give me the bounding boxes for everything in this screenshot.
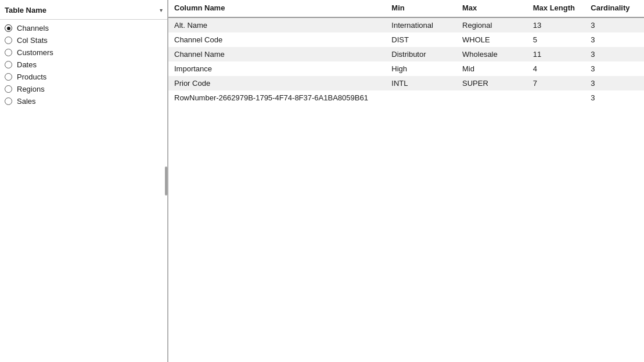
radio-products [5,73,12,81]
cell-column_name: Channel Code [168,32,387,47]
table-row[interactable]: Channel NameDistributorWholesale113 [168,47,644,61]
cell-min: DIST [387,32,458,47]
sidebar-items-list: ChannelsCol StatsCustomersDatesProductsR… [0,22,167,107]
app-container: Table Name ▾ ChannelsCol StatsCustomersD… [0,0,644,362]
cell-max_length: 11 [528,47,587,61]
col-header-max: Max [458,0,528,17]
col-header-max-length: Max Length [528,0,587,17]
radio-channels [5,24,12,32]
sidebar-item-dates[interactable]: Dates [0,59,167,71]
sidebar-item-sales[interactable]: Sales [0,95,167,107]
resize-handle[interactable] [165,166,167,196]
cell-cardinality: 3 [586,32,644,47]
cell-column_name: Prior Code [168,76,387,91]
col-header-min: Min [387,0,458,17]
cell-max [458,91,528,105]
radio-customers [5,49,12,56]
cell-column_name: Alt. Name [168,17,387,32]
sidebar-label-products: Products [17,73,46,81]
sidebar-item-customers[interactable]: Customers [0,46,167,59]
cell-max_length: 7 [528,76,587,91]
cell-cardinality: 3 [586,61,644,76]
cell-column_name: Importance [168,61,387,76]
cell-max: Regional [458,17,528,32]
col-header-cardinality: Cardinality [586,0,644,17]
chevron-down-icon[interactable]: ▾ [160,7,163,13]
sidebar-label-sales: Sales [17,97,36,106]
sidebar-label-regions: Regions [17,85,45,93]
cell-max: Mid [458,61,528,76]
cell-min: International [387,17,458,32]
table-name-header: Table Name [5,6,46,15]
cell-column_name: RowNumber-2662979B-1795-4F74-8F37-6A1BA8… [168,91,387,105]
cell-cardinality: 3 [586,17,644,32]
cell-min: High [387,61,458,76]
table-row[interactable]: RowNumber-2662979B-1795-4F74-8F37-6A1BA8… [168,91,644,105]
cell-max_length: 13 [528,17,587,32]
table-body: Alt. NameInternationalRegional133Channel… [168,17,644,105]
data-table: Column Name Min Max Max Length Cardinali… [168,0,644,105]
main-content: Column Name Min Max Max Length Cardinali… [168,0,644,362]
sidebar-label-col-stats: Col Stats [17,36,48,45]
sidebar-item-col-stats[interactable]: Col Stats [0,34,167,46]
radio-regions [5,85,12,93]
radio-sales [5,97,12,105]
table-row[interactable]: Prior CodeINTLSUPER73 [168,76,644,91]
cell-min: Distributor [387,47,458,61]
sidebar-item-regions[interactable]: Regions [0,83,167,95]
cell-max: SUPER [458,76,528,91]
table-row[interactable]: ImportanceHighMid43 [168,61,644,76]
sidebar-item-products[interactable]: Products [0,71,167,83]
cell-cardinality: 3 [586,47,644,61]
table-row[interactable]: Alt. NameInternationalRegional133 [168,17,644,32]
cell-min [387,91,458,105]
cell-max_length: 5 [528,32,587,47]
sidebar-label-channels: Channels [17,24,49,32]
cell-column_name: Channel Name [168,47,387,61]
radio-col-stats [5,37,12,44]
col-header-column-name: Column Name [168,0,387,17]
sidebar-label-customers: Customers [17,48,53,57]
cell-cardinality: 3 [586,91,644,105]
sidebar-header: Table Name ▾ [0,3,167,20]
cell-max_length: 4 [528,61,587,76]
sidebar: Table Name ▾ ChannelsCol StatsCustomersD… [0,0,168,362]
cell-max_length [528,91,587,105]
table-row[interactable]: Channel CodeDISTWHOLE53 [168,32,644,47]
cell-cardinality: 3 [586,76,644,91]
sidebar-item-channels[interactable]: Channels [0,22,167,34]
cell-min: INTL [387,76,458,91]
cell-max: Wholesale [458,47,528,61]
cell-max: WHOLE [458,32,528,47]
radio-dates [5,61,12,68]
table-header-row: Column Name Min Max Max Length Cardinali… [168,0,644,17]
sidebar-label-dates: Dates [17,60,37,69]
